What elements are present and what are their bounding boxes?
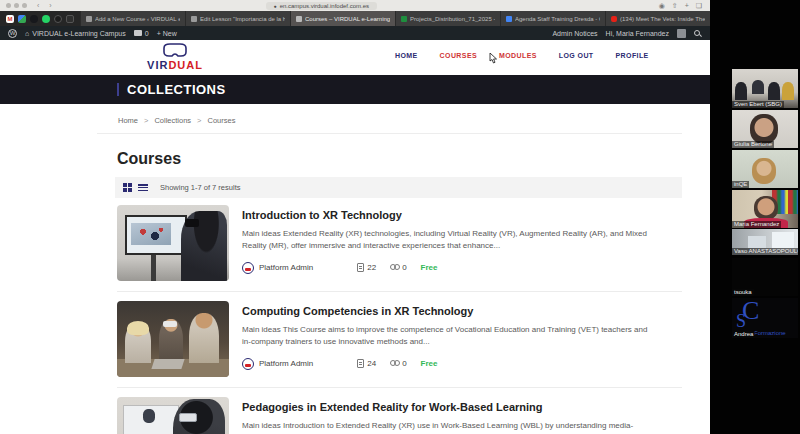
- users-icon: [390, 360, 399, 368]
- users-icon: [390, 264, 399, 272]
- address-bar[interactable]: ● en.campus.virdual.infodef.com.es: [266, 2, 377, 10]
- virdual-logo[interactable]: VIRDUAL: [140, 43, 210, 71]
- participant-video[interactable]: tsouka: [732, 258, 798, 296]
- tab-courses-active[interactable]: Courses – VIRDUAL e-Learning Cam...: [290, 11, 395, 26]
- course-thumbnail-photo[interactable]: [117, 205, 229, 281]
- course-card[interactable]: Introduction to XR Technology Main ideas…: [117, 205, 682, 292]
- lock-favicon: [296, 16, 302, 22]
- grid-view-icon[interactable]: [123, 183, 132, 192]
- mouse-cursor: [489, 53, 498, 64]
- course-description: Main ideas Introduction to Extended Real…: [242, 420, 652, 432]
- lock-favicon: [86, 16, 92, 22]
- whatsapp-favicon[interactable]: [42, 15, 50, 23]
- course-card[interactable]: Computing Competencies in XR Technology …: [117, 301, 682, 388]
- nav-courses[interactable]: COURSES: [440, 52, 477, 59]
- share-icon[interactable]: ⇧: [672, 2, 678, 10]
- students-count: 0: [390, 359, 406, 368]
- home-icon: ⌂: [25, 30, 29, 37]
- tab-projects-sheet[interactable]: Projects_Distribution_71_2025 - Go...: [395, 11, 500, 26]
- participant-name: Sven Ebert (SBG): [732, 101, 784, 108]
- course-thumbnail-photo[interactable]: [117, 397, 229, 434]
- breadcrumb-courses[interactable]: Courses: [207, 116, 235, 125]
- dark-square-favicon[interactable]: [66, 15, 74, 23]
- tab-edit-lesson[interactable]: Edit Lesson "Importancia de la higie...: [185, 11, 290, 26]
- browser-window: ‹ › ● en.campus.virdual.infodef.com.es ◉…: [0, 0, 710, 434]
- participant-name: Vaso ANASTASOPOULOU: [732, 248, 798, 255]
- course-card[interactable]: Pedagogies in Extended Reality for Work-…: [117, 397, 682, 434]
- breadcrumb: Home > Collections > Courses: [118, 116, 235, 125]
- participant-video[interactable]: Giulia Bertone: [732, 110, 798, 148]
- address-url: en.campus.virdual.infodef.com.es: [280, 3, 369, 9]
- tab-strip: M Add a New Course ‹ VIRDUAL e-Lea... Ed…: [0, 11, 710, 26]
- participant-video[interactable]: Sven Ebert (SBG): [732, 69, 798, 108]
- dark-circle-favicon[interactable]: [54, 15, 62, 23]
- course-list: Introduction to XR Technology Main ideas…: [117, 205, 682, 434]
- pinned-tabs: M: [0, 11, 80, 26]
- wordpress-logo-icon[interactable]: W: [8, 29, 17, 38]
- nav-modules[interactable]: MODULES: [499, 52, 537, 59]
- results-count: Showing 1-7 of 7 results: [160, 183, 240, 192]
- page-title: Courses: [117, 150, 181, 168]
- screen: ‹ › ● en.campus.virdual.infodef.com.es ◉…: [0, 0, 800, 434]
- docs-favicon: [506, 16, 512, 22]
- author-avatar-icon: [242, 262, 254, 274]
- document-icon: [357, 359, 364, 368]
- lessons-count: 22: [357, 263, 376, 272]
- wp-admin-bar: W ⌂ VIRDUAL e-Learning Campus 0 + New Ad…: [0, 26, 710, 40]
- participant-video[interactable]: inQE: [732, 150, 798, 188]
- price-badge: Free: [421, 359, 438, 368]
- search-icon[interactable]: [694, 30, 700, 36]
- course-title-link[interactable]: Introduction to XR Technology: [242, 209, 682, 221]
- avatar[interactable]: [677, 29, 686, 38]
- browser-chrome-bar: ‹ › ● en.campus.virdual.infodef.com.es ◉…: [0, 0, 710, 11]
- admin-notices-link[interactable]: Admin Notices: [552, 30, 597, 37]
- back-forward-buttons[interactable]: ‹ ›: [37, 2, 56, 9]
- course-description: Main ideas Extended Reality (XR) technol…: [242, 228, 652, 253]
- admin-bar-new-button[interactable]: + New: [157, 30, 177, 37]
- price-badge: Free: [421, 263, 438, 272]
- participant-name: Giulia Bertone: [732, 141, 774, 148]
- participant-video[interactable]: Maria Fernandez: [732, 190, 798, 228]
- nav-home[interactable]: HOME: [395, 52, 418, 59]
- admin-bar-site-link[interactable]: ⌂ VIRDUAL e-Learning Campus: [25, 30, 126, 37]
- new-tab-icon[interactable]: +: [685, 2, 689, 10]
- banner-accent-bar: [117, 83, 119, 96]
- author-avatar-icon: [242, 358, 254, 370]
- logo-text-dual: DUAL: [168, 59, 203, 71]
- breadcrumb-separator: >: [144, 116, 148, 125]
- participant-name: Maria Fernandez: [732, 221, 781, 228]
- drive-favicon[interactable]: [18, 15, 26, 23]
- tab-youtube[interactable]: (134) Meet The Vets: Inside The Vet...: [605, 11, 710, 26]
- list-view-icon[interactable]: [138, 183, 148, 192]
- participant-video[interactable]: Vaso ANASTASOPOULOU: [732, 229, 798, 255]
- course-author[interactable]: Platform Admin: [242, 262, 313, 274]
- dark-app-favicon[interactable]: [30, 15, 38, 23]
- participant-name: tsouka: [732, 289, 754, 296]
- admin-bar-greeting[interactable]: Hi, Maria Fernandez: [606, 30, 669, 37]
- gmail-favicon[interactable]: M: [6, 15, 14, 23]
- participant-name: Andrea: [732, 331, 755, 338]
- admin-bar-comments[interactable]: 0: [134, 30, 149, 37]
- course-author[interactable]: Platform Admin: [242, 358, 313, 370]
- tab-add-new-course[interactable]: Add a New Course ‹ VIRDUAL e-Lea...: [80, 11, 185, 26]
- course-title-link[interactable]: Computing Competencies in XR Technology: [242, 305, 682, 317]
- nav-profile[interactable]: PROFILE: [616, 52, 649, 59]
- site-lock-icon: ●: [274, 3, 277, 9]
- shield-icon[interactable]: ◉: [659, 2, 665, 10]
- students-count: 0: [390, 263, 406, 272]
- participant-name: inQE: [732, 181, 749, 188]
- comments-icon: [134, 30, 142, 36]
- course-title-link[interactable]: Pedagogies in Extended Reality for Work-…: [242, 401, 682, 413]
- course-thumbnail-photo[interactable]: [117, 301, 229, 377]
- logo-text-vir: VIR: [147, 59, 168, 71]
- org-logo-letter: S: [736, 312, 746, 330]
- tab-overview-icon[interactable]: ❏: [696, 2, 702, 10]
- participant-video[interactable]: C S Formazione Andrea: [732, 298, 798, 338]
- window-controls[interactable]: [6, 3, 27, 8]
- tab-agenda-doc[interactable]: Agenda Staff Training Dresda - Goo...: [500, 11, 605, 26]
- breadcrumb-home[interactable]: Home: [118, 116, 138, 125]
- nav-logout[interactable]: LOG OUT: [559, 52, 594, 59]
- breadcrumb-collections[interactable]: Collections: [154, 116, 191, 125]
- document-icon: [357, 263, 364, 272]
- banner-title: COLLECTIONS: [127, 82, 226, 97]
